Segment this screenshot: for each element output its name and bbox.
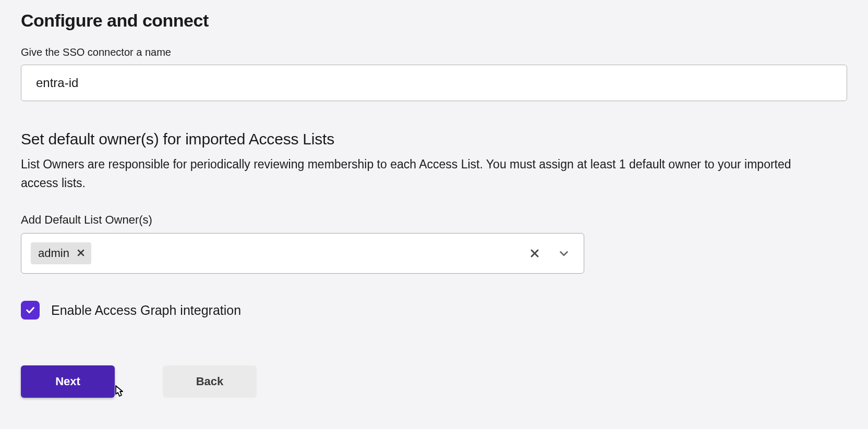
owners-multiselect[interactable]: admin	[21, 233, 584, 274]
access-graph-checkbox[interactable]	[21, 301, 40, 320]
owner-tag-remove-icon[interactable]	[77, 248, 85, 259]
owners-heading: Set default owner(s) for imported Access…	[21, 130, 847, 148]
access-graph-label: Enable Access Graph integration	[51, 303, 241, 318]
owner-tag: admin	[31, 242, 91, 264]
multiselect-clear-icon[interactable]	[528, 247, 541, 260]
owners-description: List Owners are responsible for periodic…	[21, 155, 830, 192]
owner-tag-label: admin	[38, 247, 69, 260]
connector-name-label: Give the SSO connector a name	[21, 46, 847, 58]
connector-name-input[interactable]	[21, 65, 847, 101]
owners-field-label: Add Default List Owner(s)	[21, 213, 847, 227]
chevron-down-icon[interactable]	[558, 247, 570, 260]
next-button[interactable]: Next	[21, 365, 115, 398]
back-button[interactable]: Back	[163, 365, 257, 398]
page-title: Configure and connect	[21, 10, 847, 31]
